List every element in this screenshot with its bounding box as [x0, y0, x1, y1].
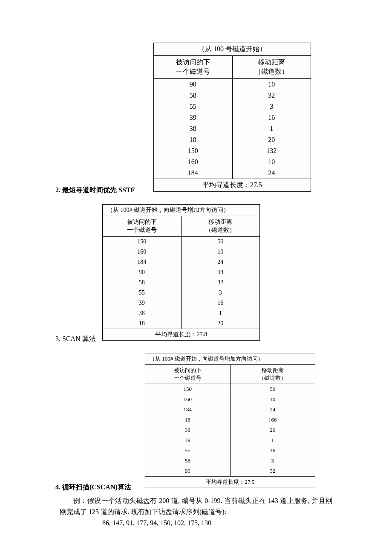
table-cell: 16 — [230, 445, 315, 456]
table-row: 9094 — [103, 267, 260, 278]
table-cell: 10 — [232, 78, 311, 90]
table-cell: 20 — [181, 318, 260, 329]
table-row: 16010 — [145, 394, 315, 405]
table-row: 16010 — [103, 247, 260, 257]
example-paragraph: 例：假设一个活动头磁盘有 200 道, 编号从 0-199. 当前磁头正在 14… — [60, 495, 332, 517]
table-cell: 38 — [154, 123, 233, 134]
table-cell: 10 — [232, 156, 311, 168]
table-cell: 3 — [181, 288, 260, 298]
table-cell: 160 — [154, 156, 233, 168]
table-cell: 10 — [230, 394, 315, 405]
table1-col2: 移动距离（磁道数） — [232, 56, 311, 79]
scan-table: （从 100# 磁道开始，向磁道号增加方向访问） 被访问的下一个磁道号 移动距离… — [102, 204, 260, 341]
table-row: 3820 — [145, 425, 315, 435]
table-row: 553 — [103, 288, 260, 298]
table-cell: 32 — [181, 278, 260, 288]
table-row: 553 — [154, 101, 311, 112]
table-row: 391 — [145, 435, 315, 445]
table-cell: 150 — [103, 236, 182, 247]
table-cell: 16 — [181, 298, 260, 308]
table-cell: 24 — [232, 168, 311, 179]
table-cell: 94 — [181, 267, 260, 278]
table-cell: 58 — [145, 456, 231, 466]
table1-title: （从 100 号磁道开始） — [154, 43, 311, 56]
table-cell: 39 — [145, 435, 231, 445]
table-cell: 39 — [154, 112, 233, 123]
table3-col2: 移动距离（磁道数） — [230, 364, 315, 384]
table-cell: 55 — [103, 288, 182, 298]
table-row: 150132 — [154, 145, 311, 156]
table-row: 5832 — [154, 90, 311, 101]
table-cell: 32 — [232, 90, 311, 101]
sstf-precursor-table: （从 100 号磁道开始） 被访问的下一个磁道号 移动距离（磁道数） 90105… — [153, 43, 311, 192]
table-cell: 38 — [103, 308, 182, 318]
table-cell: 50 — [181, 236, 260, 247]
section-scan-heading: 3. SCAN 算法 — [55, 335, 364, 344]
table-cell: 3 — [230, 456, 315, 466]
table-cell: 50 — [230, 384, 315, 395]
cscan-table: （从 100# 磁道开始，向磁道号增加方向访问） 被访问的下一个磁道号 移动距离… — [145, 353, 315, 488]
table-cell: 32 — [230, 466, 315, 477]
table-cell: 150 — [154, 145, 233, 156]
table-cell: 184 — [103, 257, 182, 267]
table-cell: 58 — [154, 90, 233, 101]
table1-col1: 被访问的下一个磁道号 — [154, 56, 233, 79]
table-cell: 132 — [232, 145, 311, 156]
table-cell: 38 — [145, 425, 231, 435]
table-row: 18424 — [145, 405, 315, 415]
table-cell: 18 — [145, 415, 231, 425]
table-cell: 16 — [232, 112, 311, 123]
table-cell: 39 — [103, 298, 182, 308]
table-row: 18166 — [145, 415, 315, 425]
table-row: 381 — [103, 308, 260, 318]
request-sequence: 86, 147, 91, 177, 94, 150, 102, 175, 130 — [102, 519, 366, 527]
table-row: 9010 — [154, 78, 311, 90]
table2-title: （从 100# 磁道开始，向磁道号增加方向访问） — [103, 204, 260, 216]
table-row: 9032 — [145, 466, 315, 477]
table-row: 1820 — [154, 134, 311, 145]
table-cell: 58 — [103, 278, 182, 288]
table-row: 3916 — [103, 298, 260, 308]
table-cell: 24 — [181, 257, 260, 267]
table2-col2: 移动距离（磁道数） — [181, 216, 260, 236]
table-cell: 10 — [181, 247, 260, 257]
table-cell: 18 — [103, 318, 182, 329]
table-cell: 20 — [230, 425, 315, 435]
table-cell: 24 — [230, 405, 315, 415]
table-cell: 1 — [230, 435, 315, 445]
table-cell: 3 — [232, 101, 311, 112]
table3-col1: 被访问的下一个磁道号 — [145, 364, 231, 384]
table-cell: 1 — [232, 123, 311, 134]
table-cell: 18 — [154, 134, 233, 145]
table-cell: 1 — [181, 308, 260, 318]
table-row: 15050 — [145, 384, 315, 395]
table-row: 3916 — [154, 112, 311, 123]
table3-title: （从 100# 磁道开始，向磁道号增加方向访问） — [145, 353, 315, 364]
table-cell: 166 — [230, 415, 315, 425]
table-cell: 55 — [145, 445, 231, 456]
table-cell: 20 — [232, 134, 311, 145]
table-cell: 90 — [154, 78, 233, 90]
table-cell: 150 — [145, 384, 231, 395]
table-cell: 184 — [145, 405, 231, 415]
table-row: 5516 — [145, 445, 315, 456]
table-row: 16010 — [154, 156, 311, 168]
table-row: 15050 — [103, 236, 260, 247]
table-cell: 160 — [145, 394, 231, 405]
table-row: 18424 — [103, 257, 260, 267]
table-cell: 55 — [154, 101, 233, 112]
table-row: 381 — [154, 123, 311, 134]
table-row: 18424 — [154, 168, 311, 179]
table-row: 583 — [145, 456, 315, 466]
table-cell: 90 — [103, 267, 182, 278]
table-cell: 184 — [154, 168, 233, 179]
table-cell: 160 — [103, 247, 182, 257]
table2-col1: 被访问的下一个磁道号 — [103, 216, 182, 236]
table-row: 5832 — [103, 278, 260, 288]
table-cell: 90 — [145, 466, 231, 477]
table-row: 1820 — [103, 318, 260, 329]
